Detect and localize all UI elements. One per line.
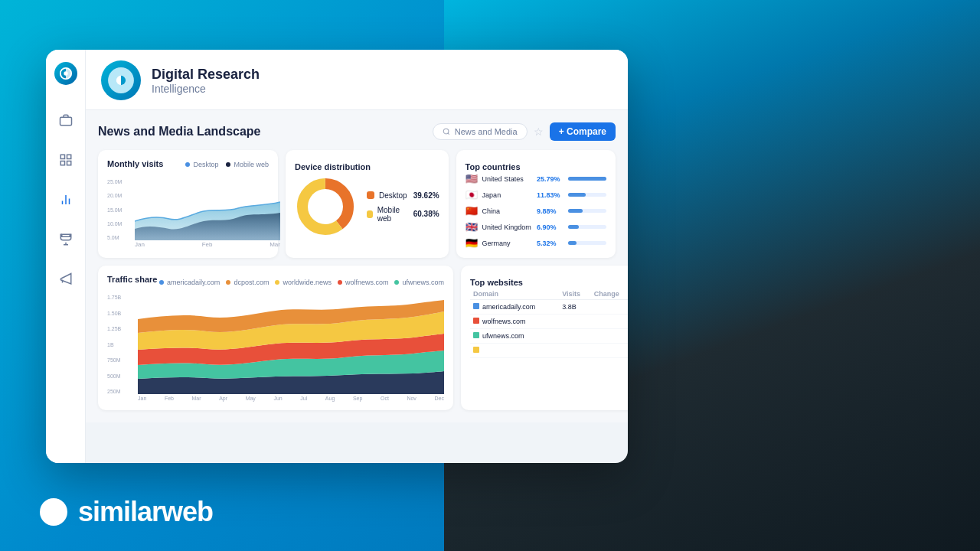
sidebar-item-trophy[interactable] [55,229,77,250]
svg-rect-7 [60,161,64,165]
search-icon [443,128,450,135]
ts-legend-2: dcpost.com [226,279,269,286]
compare-button[interactable]: + Compare [550,122,616,141]
bar-fill-cn [568,209,583,213]
col-domain: Domain [470,289,559,300]
svg-point-15 [312,193,339,220]
monthly-visits-title: Monthly visits [107,159,163,168]
y-axis-labels: 25.0M 20.0M 15.0M 10.0M 5.0M [107,179,134,240]
ts-label-4: wolfnews.com [345,279,389,286]
legend-mobile: Mobile web [226,161,269,168]
svg-rect-8 [67,161,70,165]
col-visits: Visits [559,289,590,300]
name-cn: China [482,207,532,215]
donut-container: Desktop 39.62% Mobile web 60.38% [295,173,439,240]
svg-rect-6 [67,155,70,158]
ts-dot-1 [159,280,164,285]
donut-chart-svg [295,176,356,237]
domain-4 [470,344,559,358]
main-content: Digital Research Intelligence News and M… [86,50,628,463]
sidebar [46,50,86,463]
y-label-5: 5.0M [107,235,134,240]
flag-uk: 🇬🇧 [466,221,478,233]
ts-legend-3: worldwide.news [275,279,332,286]
tx-dec: Dec [434,396,443,401]
visits-1: 3.8B [559,300,590,315]
brand-footer: similarweb [38,496,213,528]
svg-point-11 [443,129,449,134]
sidebar-logo [54,62,77,85]
change-3 [591,329,628,344]
ts-label-5: ufwnews.com [402,279,444,286]
desktop-label: Desktop [379,191,407,200]
monthly-visits-legend: Desktop Mobile web [185,161,269,168]
svg-rect-4 [60,117,71,126]
bar-fill-de [568,241,577,245]
top-countries-card: Top countries 🇺🇸 United States 25.79% 🇯🇵 [456,150,616,258]
brand-name: similarweb [78,496,213,528]
bar-fill-us [568,177,606,181]
pct-de: 5.32% [537,240,564,247]
ty-6: 500M [107,373,136,379]
change-1 [591,300,628,315]
mobile-label: Mobile web [377,206,407,223]
sidebar-item-grid[interactable] [55,149,77,171]
traffic-share-header: Traffic share americadaily.com dcpost.co… [107,275,444,290]
country-item-de: 🇩🇪 Germany 5.32% [466,237,606,249]
app-header: Digital Research Intelligence [86,50,628,110]
ty-3: 1.25B [107,326,136,331]
app-subtitle: Intelligence [152,83,260,95]
name-uk: United Kingdom [482,223,532,231]
ts-legend-5: ufwnews.com [394,279,444,286]
traffic-chart-wrapper: 1.75B 1.50B 1.25B 1B 750M 500M 250M [107,295,444,401]
bar-bg-cn [568,209,606,213]
pct-us: 25.79% [537,175,564,183]
device-dist-title: Device distribution [295,162,371,171]
traffic-share-title: Traffic share [107,275,157,284]
star-button[interactable]: ☆ [534,126,544,138]
name-de: Germany [482,240,532,247]
top-websites-title: Top websites [470,278,523,287]
desktop-pct: 39.62% [413,191,439,200]
name-us: United States [482,175,532,183]
ts-dot-5 [394,280,399,285]
donut-legend-mobile: Mobile web 60.38% [367,206,439,223]
traffic-x-labels: Jan Feb Mar Apr May Jun Jul Aug Sep Oct … [138,396,444,401]
legend-mobile-label: Mobile web [234,161,269,168]
device-distribution-card: Device distribution [286,150,449,258]
tx-jun: Jun [273,396,282,401]
x-axis-labels: Jan Feb Mar [135,241,280,248]
dri-logo-icon [106,65,136,96]
pct-cn: 9.88% [537,207,564,215]
bar-bg-jp [568,193,606,197]
legend-desktop: Desktop [185,161,218,168]
change-2 [591,315,628,329]
bar-bg-us [568,177,606,181]
svg-point-3 [64,71,67,75]
table-row [470,344,628,358]
ty-2: 1.50B [107,311,136,316]
tx-mar: Mar [192,396,201,401]
tx-feb: Feb [165,396,174,401]
domain-color-4 [473,347,479,353]
search-bar[interactable]: News and Media [433,123,528,140]
tx-apr: Apr [219,396,227,401]
legend-desktop-label: Desktop [193,161,218,168]
country-item-cn: 🇨🇳 China 9.88% [466,205,606,217]
tx-sep: Sep [353,396,362,401]
app-logo [101,60,141,100]
y-label-4: 10.0M [107,221,134,227]
ts-legend-1: americadaily.com [159,279,220,286]
traffic-share-legend: americadaily.com dcpost.com worldwide.ne… [159,279,444,286]
y-label-1: 25.0M [107,179,134,184]
bottom-cards-row: Traffic share americadaily.com dcpost.co… [98,266,616,410]
y-label-3: 15.0M [107,207,134,213]
sidebar-item-megaphone[interactable] [55,269,77,290]
sidebar-item-briefcase[interactable] [55,109,77,131]
ty-7: 250M [107,389,136,394]
flag-de: 🇩🇪 [466,237,478,249]
sidebar-item-analytics[interactable] [55,189,77,210]
flag-us: 🇺🇸 [466,173,478,184]
traffic-share-card: Traffic share americadaily.com dcpost.co… [98,266,453,410]
bar-fill-jp [568,193,586,197]
